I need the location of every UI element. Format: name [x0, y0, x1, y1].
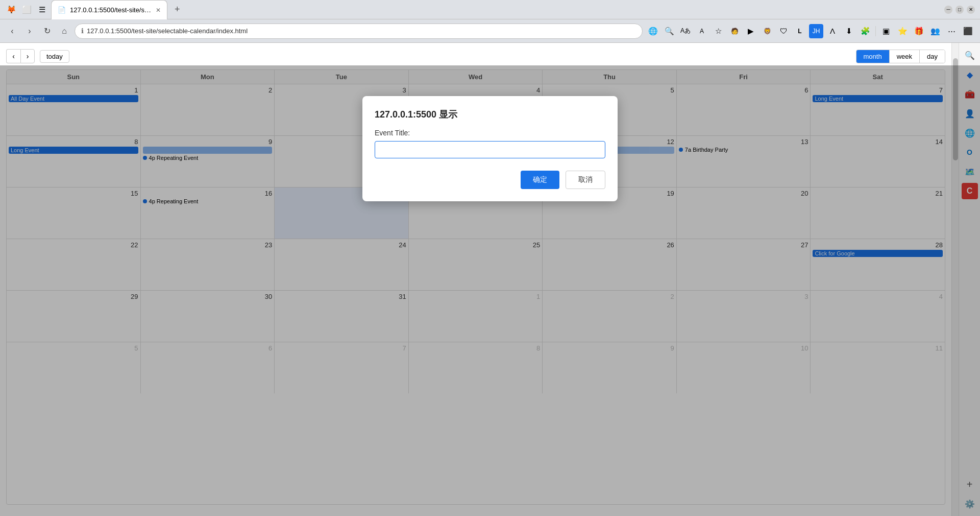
- more-icon[interactable]: ⋯: [944, 24, 959, 38]
- translate-icon[interactable]: 🌐: [646, 24, 660, 38]
- home-button[interactable]: ⌂: [57, 24, 71, 38]
- browser-icon-tabs[interactable]: ⬜: [20, 4, 33, 16]
- divider: [875, 26, 876, 36]
- bing-icon[interactable]: L: [793, 24, 807, 38]
- address-bar[interactable]: ℹ 127.0.0.1:5500/test-site/selectable-ca…: [75, 24, 643, 39]
- next-button[interactable]: ›: [20, 49, 35, 63]
- today-button[interactable]: today: [40, 50, 69, 63]
- profile-icon[interactable]: 🧑: [727, 24, 742, 38]
- play-icon[interactable]: ▶: [744, 24, 758, 38]
- extension-icon[interactable]: 🧩: [858, 24, 872, 38]
- search-icon[interactable]: 🔍: [662, 24, 676, 38]
- day-view-button[interactable]: day: [920, 50, 945, 63]
- address-text: 127.0.0.1:5500/test-site/selectable-cale…: [87, 27, 636, 35]
- tab-favicon: 📄: [58, 6, 66, 14]
- sidebar-search-icon[interactable]: 🔍: [962, 47, 978, 63]
- sidebar-toggle-icon[interactable]: ⬛: [961, 24, 975, 38]
- favorites-icon[interactable]: ☆: [711, 24, 725, 38]
- close-button[interactable]: ✕: [967, 6, 975, 14]
- modal-overlay: 127.0.0.1:5500 显示 Event Title: 确定 取消: [0, 65, 980, 516]
- font-icon[interactable]: A: [695, 24, 709, 38]
- browser-icon-sidebar[interactable]: ☰: [36, 4, 48, 16]
- prev-button[interactable]: ‹: [6, 49, 20, 63]
- back-button[interactable]: ‹: [5, 24, 19, 38]
- modal-title: 127.0.0.1:5500 显示: [375, 108, 605, 121]
- maximize-button[interactable]: □: [955, 6, 964, 14]
- browser-icon-profile[interactable]: 🦊: [5, 4, 17, 16]
- month-view-button[interactable]: month: [856, 50, 890, 63]
- collections-icon[interactable]: 🦁: [760, 24, 774, 38]
- new-tab-button[interactable]: +: [170, 3, 184, 16]
- download-icon[interactable]: ⬇: [842, 24, 856, 38]
- copilot-icon[interactable]: 🎁: [912, 24, 926, 38]
- tab-close-icon[interactable]: ✕: [156, 7, 161, 14]
- modal-label: Event Title:: [375, 129, 605, 137]
- favorites-star-icon[interactable]: ⭐: [895, 24, 910, 38]
- shield-icon[interactable]: 🛡: [776, 24, 791, 38]
- confirm-button[interactable]: 确定: [521, 171, 559, 189]
- modal-dialog: 127.0.0.1:5500 显示 Event Title: 确定 取消: [362, 96, 618, 201]
- info-icon: ℹ: [81, 27, 84, 35]
- reader-mode-icon[interactable]: Aあ: [678, 24, 693, 38]
- tab-title: 127.0.0.1:5500/test-site/selectab: [70, 6, 152, 14]
- forward-button[interactable]: ›: [22, 24, 37, 38]
- people-icon[interactable]: 👥: [928, 24, 942, 38]
- browser-tab[interactable]: 📄 127.0.0.1:5500/test-site/selectab ✕: [51, 0, 167, 19]
- cancel-button[interactable]: 取消: [566, 171, 605, 189]
- week-view-button[interactable]: week: [890, 50, 920, 63]
- jh-icon[interactable]: JH: [809, 24, 823, 38]
- event-title-input[interactable]: [375, 141, 605, 158]
- split-view-icon[interactable]: ▣: [879, 24, 893, 38]
- lambda-icon[interactable]: Λ: [825, 24, 840, 38]
- minimize-button[interactable]: ─: [944, 6, 952, 14]
- reload-button[interactable]: ↻: [40, 24, 54, 38]
